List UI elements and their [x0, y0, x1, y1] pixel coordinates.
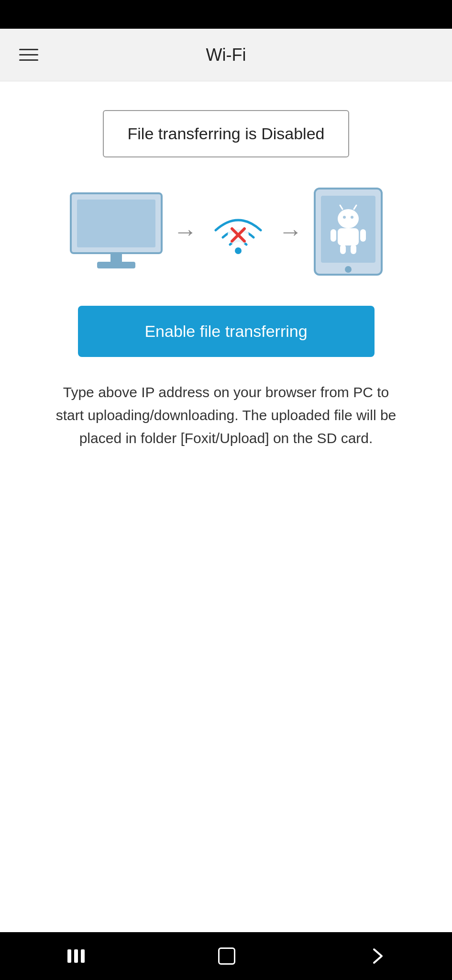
bottom-nav-bar: [0, 932, 452, 980]
svg-rect-24: [81, 949, 85, 963]
svg-rect-3: [97, 262, 135, 268]
app-header: Wi-Fi: [0, 29, 452, 81]
menu-line-1: [19, 49, 38, 50]
left-arrow-icon: →: [174, 220, 198, 244]
svg-rect-22: [67, 949, 71, 963]
menu-line-2: [19, 54, 38, 56]
svg-rect-16: [338, 228, 359, 245]
home-icon: [218, 947, 235, 965]
status-text: File transferring is Disabled: [128, 124, 325, 143]
svg-rect-1: [77, 200, 155, 247]
svg-rect-18: [360, 229, 366, 242]
monitor-icon: [68, 191, 164, 272]
svg-point-11: [338, 209, 359, 228]
menu-button[interactable]: [14, 44, 43, 66]
nav-recents-button[interactable]: [47, 938, 105, 974]
transfer-diagram: → →: [19, 186, 433, 277]
enable-file-transferring-button[interactable]: Enable file transferring: [78, 306, 375, 357]
svg-point-21: [345, 266, 352, 273]
svg-rect-19: [340, 245, 346, 254]
nav-home-button[interactable]: [199, 938, 254, 974]
svg-rect-20: [351, 245, 356, 254]
nav-back-button[interactable]: [349, 938, 405, 974]
status-bar: [0, 0, 452, 29]
recents-icon: [66, 947, 86, 965]
status-box: File transferring is Disabled: [103, 110, 350, 157]
right-arrow-icon: →: [279, 220, 303, 244]
svg-rect-23: [74, 949, 78, 963]
menu-line-3: [19, 59, 38, 61]
svg-point-12: [343, 216, 346, 219]
description-text: Type above IP address on your browser fr…: [49, 381, 403, 450]
monitor-svg: [68, 191, 164, 272]
main-content: File transferring is Disabled →: [0, 81, 452, 932]
svg-rect-17: [331, 229, 336, 242]
page-title: Wi-Fi: [43, 45, 409, 65]
tablet-icon: [312, 186, 384, 277]
back-icon: [368, 947, 386, 965]
wifi-disabled-icon: [207, 205, 269, 258]
svg-point-5: [235, 247, 242, 254]
svg-point-4: [114, 255, 119, 259]
svg-point-13: [351, 216, 353, 219]
